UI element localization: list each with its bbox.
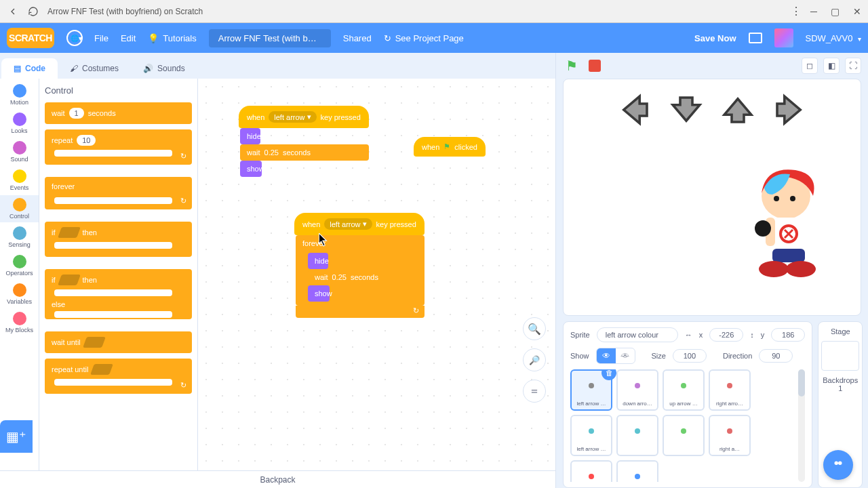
chevron-down-icon: ▾ bbox=[858, 35, 861, 43]
sound-icon: 🔊 bbox=[143, 64, 153, 73]
script-stack-flag[interactable]: when ⚑ clicked bbox=[414, 137, 486, 157]
chevron-down-icon: ▾ bbox=[307, 113, 311, 121]
costume-icon: 🖌 bbox=[70, 64, 78, 73]
show-hidden-option[interactable]: 👁 bbox=[616, 348, 635, 363]
backdrops-count: 1 bbox=[838, 384, 842, 392]
block-if[interactable]: if then bbox=[45, 222, 192, 257]
tutorials-button[interactable]: 💡 Tutorials bbox=[148, 33, 196, 43]
key-dropdown-2[interactable]: left arrow▾ bbox=[324, 218, 372, 230]
category-motion[interactable]: Motion bbox=[0, 81, 39, 108]
sprite-thumbnail[interactable]: bfCar bbox=[616, 460, 658, 482]
language-menu[interactable]: 🌐 ▾ bbox=[66, 30, 82, 46]
variables-dot-icon bbox=[13, 283, 26, 297]
sprite-direction-input[interactable] bbox=[759, 349, 793, 363]
category-myblocks[interactable]: My Blocks bbox=[0, 309, 39, 336]
browser-title: Arrow FNF Test (with boyfriend) on Scrat… bbox=[47, 7, 782, 16]
hat-when-flag-clicked[interactable]: when ⚑ clicked bbox=[414, 137, 486, 157]
block-repeat[interactable]: repeat 10 ↻ bbox=[45, 129, 192, 165]
window-close-button[interactable]: ✕ bbox=[853, 6, 861, 17]
window-maximize-button[interactable]: ▢ bbox=[831, 6, 840, 17]
sprite-thumbnail[interactable] bbox=[663, 415, 705, 456]
stage-large-button[interactable]: ◧ bbox=[823, 58, 840, 74]
user-avatar[interactable] bbox=[774, 28, 793, 47]
green-flag-icon: ⚑ bbox=[566, 58, 578, 74]
category-variables[interactable]: Variables bbox=[0, 281, 39, 308]
sprite-thumbnail[interactable]: right a… bbox=[709, 415, 751, 456]
block-show-2[interactable]: show bbox=[308, 285, 330, 302]
sprite-thumbnail[interactable]: left arrow … bbox=[570, 415, 612, 456]
sprite-size-input[interactable] bbox=[673, 349, 707, 363]
stage-small-button[interactable]: ◻ bbox=[802, 58, 818, 74]
see-project-page-button[interactable]: ↻ See Project Page bbox=[384, 33, 464, 43]
svg-point-1 bbox=[774, 196, 779, 201]
key-dropdown[interactable]: left arrow▾ bbox=[269, 111, 316, 123]
script-stack-1[interactable]: when left arrow▾ key pressed hide wait 0… bbox=[239, 106, 369, 177]
sprite-x-input[interactable] bbox=[709, 328, 743, 342]
category-operators[interactable]: Operators bbox=[0, 252, 39, 279]
show-toggle[interactable]: 👁 👁 bbox=[596, 348, 635, 364]
stop-button[interactable] bbox=[586, 57, 604, 75]
motion-dot-icon bbox=[13, 84, 26, 98]
globe-icon: 🌐 bbox=[66, 30, 83, 46]
browser-reload-button[interactable] bbox=[27, 5, 39, 18]
events-dot-icon bbox=[13, 169, 26, 183]
block-wait-until[interactable]: wait until bbox=[45, 331, 192, 353]
block-repeat-until[interactable]: repeat until ↻ bbox=[45, 359, 192, 394]
show-visible-option[interactable]: 👁 bbox=[597, 348, 616, 363]
account-menu[interactable]: SDW_AVV0 ▾ bbox=[806, 33, 861, 43]
sprite-thumbnail[interactable] bbox=[616, 415, 658, 456]
tab-costumes[interactable]: 🖌 Costumes bbox=[58, 58, 131, 79]
stage-left-arrow bbox=[616, 92, 653, 128]
project-title-input[interactable]: Arrow FNF Test (with boyf… bbox=[209, 29, 331, 47]
backpack-panel[interactable]: Backpack bbox=[0, 470, 555, 488]
looks-dot-icon bbox=[13, 113, 26, 126]
palette-heading: Control bbox=[45, 85, 192, 96]
add-extension-button[interactable]: ▦⁺ bbox=[0, 420, 33, 453]
sprite-name-input[interactable] bbox=[597, 327, 678, 342]
sprite-thumbnail[interactable]: up arrow … bbox=[663, 369, 705, 411]
category-sensing[interactable]: Sensing bbox=[0, 224, 39, 251]
stage[interactable] bbox=[563, 79, 861, 316]
block-wait-script-2[interactable]: wait 0.25 seconds bbox=[308, 269, 420, 285]
stage-thumbnail[interactable] bbox=[821, 341, 859, 371]
window-minimize-button[interactable]: ─ bbox=[810, 6, 817, 17]
block-hide[interactable]: hide bbox=[240, 128, 260, 144]
hat-when-key-pressed-2[interactable]: when left arrow▾ key pressed bbox=[294, 213, 425, 235]
category-control[interactable]: Control bbox=[0, 195, 39, 222]
sprite-thumbnail[interactable]: right arro… bbox=[709, 369, 751, 411]
block-wait[interactable]: wait 1 seconds bbox=[45, 102, 192, 124]
category-sound[interactable]: Sound bbox=[0, 138, 39, 165]
sprite-list-scrollbar[interactable] bbox=[798, 369, 805, 482]
zoom-reset-button[interactable]: ＝ bbox=[523, 380, 546, 403]
block-forever-script[interactable]: forever bbox=[296, 235, 425, 250]
block-wait-script[interactable]: wait 0.25 seconds bbox=[240, 144, 369, 161]
file-menu[interactable]: File bbox=[94, 33, 108, 43]
block-show[interactable]: show bbox=[240, 161, 262, 177]
block-if-else[interactable]: if then else bbox=[45, 269, 192, 319]
scratch-logo[interactable]: SCRATCH bbox=[7, 28, 54, 48]
browser-back-button[interactable] bbox=[7, 5, 19, 18]
hat-when-key-pressed[interactable]: when left arrow▾ key pressed bbox=[239, 106, 369, 128]
zoom-out-button[interactable]: 🔎 bbox=[523, 348, 546, 371]
block-forever[interactable]: forever ↻ bbox=[45, 177, 192, 209]
add-sprite-button[interactable] bbox=[823, 450, 853, 480]
blocks-workspace[interactable]: when left arrow▾ key pressed hide wait 0… bbox=[198, 79, 555, 470]
category-looks[interactable]: Looks bbox=[0, 110, 39, 137]
edit-menu[interactable]: Edit bbox=[121, 33, 136, 43]
my-stuff-button[interactable] bbox=[749, 33, 762, 43]
fullscreen-button[interactable]: ⛶ bbox=[845, 58, 861, 74]
browser-menu-button[interactable]: ⋮ bbox=[790, 5, 802, 18]
sprite-y-input[interactable] bbox=[771, 328, 805, 342]
sprite-thumbnail[interactable]: Boyfriend… bbox=[570, 460, 612, 482]
script-stack-2[interactable]: when left arrow▾ key pressed forever hid… bbox=[294, 213, 425, 318]
tab-code[interactable]: ▤ Code bbox=[1, 58, 58, 79]
category-events[interactable]: Events bbox=[0, 167, 39, 194]
save-now-button[interactable]: Save Now bbox=[694, 33, 736, 43]
green-flag-button[interactable]: ⚑ bbox=[563, 57, 580, 75]
block-hide-2[interactable]: hide bbox=[308, 253, 328, 269]
tab-sounds[interactable]: 🔊 Sounds bbox=[131, 58, 197, 79]
sprite-thumbnail[interactable]: left arrow …🗑 bbox=[570, 369, 612, 411]
sprite-thumbnail[interactable]: down arro… bbox=[616, 369, 658, 411]
zoom-in-button[interactable]: 🔍 bbox=[523, 317, 546, 340]
delete-sprite-button[interactable]: 🗑 bbox=[601, 369, 616, 380]
